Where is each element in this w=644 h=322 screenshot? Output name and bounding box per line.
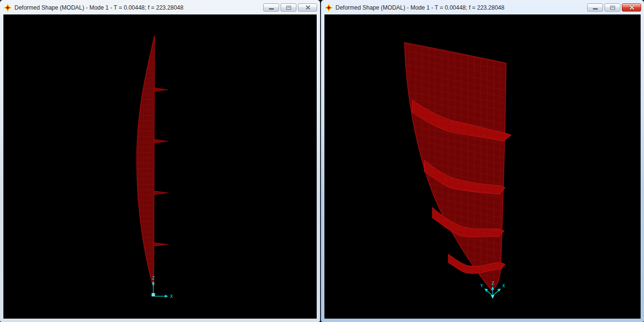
right-window-titlebar[interactable]: Deformed Shape (MODAL) - Mode 1 - T = 0.… [321, 0, 644, 14]
axis-triad-3d: Z Y X [481, 281, 505, 299]
window-title: Deformed Shape (MODAL) - Mode 1 - T = 0.… [335, 4, 584, 11]
right-window: Deformed Shape (MODAL) - Mode 1 - T = 0.… [321, 0, 644, 322]
window-title: Deformed Shape (MODAL) - Mode 1 - T = 0.… [14, 4, 260, 11]
axis-triad-2d: Z X [152, 276, 174, 299]
axis-label-z: Z [492, 281, 495, 286]
axis-label-z: Z [152, 276, 155, 281]
mdi-workspace: Deformed Shape (MODAL) - Mode 1 - T = 0.… [0, 0, 644, 322]
maximize-button[interactable] [604, 3, 620, 12]
minimize-button[interactable] [587, 3, 603, 12]
window-controls [263, 3, 317, 12]
close-icon [629, 5, 634, 10]
left-window-titlebar[interactable]: Deformed Shape (MODAL) - Mode 1 - T = 0.… [0, 0, 320, 14]
left-window: Deformed Shape (MODAL) - Mode 1 - T = 0.… [0, 0, 320, 322]
app-icon [4, 4, 12, 12]
minimize-button[interactable] [263, 3, 279, 12]
app-icon [325, 4, 333, 12]
axis-label-x: X [502, 283, 505, 288]
minimize-icon [269, 8, 274, 10]
axis-label-y: Y [481, 283, 483, 288]
right-viewport[interactable]: Z Y X [324, 14, 641, 319]
close-button[interactable] [298, 3, 317, 12]
minimize-icon [593, 8, 598, 10]
axis-label-x: X [170, 294, 173, 299]
maximize-icon [286, 6, 291, 10]
close-button[interactable] [622, 3, 641, 12]
left-viewport[interactable]: Z X [3, 14, 317, 319]
slab-spikes [153, 88, 168, 246]
deformed-wall-3d [404, 42, 511, 291]
maximize-button[interactable] [281, 3, 296, 12]
deformed-wall-elevation [137, 36, 168, 286]
maximize-icon [610, 6, 615, 10]
window-controls [587, 3, 641, 12]
close-icon [305, 5, 310, 10]
